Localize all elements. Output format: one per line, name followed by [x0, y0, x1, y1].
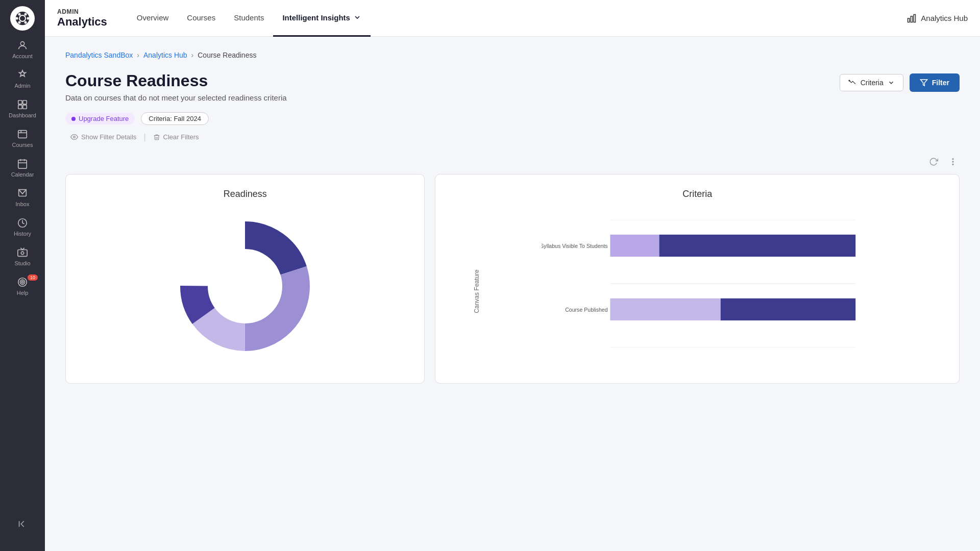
- eye-icon: [70, 133, 78, 141]
- readiness-chart-title: Readiness: [80, 189, 410, 199]
- content-area: Pandalytics SandBox › Analytics Hub › Co…: [45, 37, 980, 551]
- sidebar-item-calendar[interactable]: Calendar: [0, 153, 45, 183]
- svg-point-6: [16, 17, 18, 20]
- svg-marker-31: [920, 80, 927, 86]
- bar-chart-container: Canvas Feature 0 10 20 30: [450, 210, 945, 373]
- sidebar-item-account-label: Account: [12, 53, 33, 59]
- sidebar-item-calendar-label: Calendar: [11, 171, 34, 178]
- svg-point-22: [21, 252, 24, 255]
- sidebar-item-account[interactable]: Account: [0, 35, 45, 64]
- sidebar-item-dashboard[interactable]: Dashboard: [0, 94, 45, 123]
- svg-rect-21: [18, 250, 27, 257]
- filter-icon: [920, 79, 928, 87]
- criteria-chart-title: Criteria: [450, 189, 945, 199]
- brand-admin-label: ADMIN: [57, 8, 107, 15]
- brand-name-label: Analytics: [57, 15, 107, 29]
- show-filter-details-button[interactable]: Show Filter Details: [65, 131, 141, 143]
- sidebar-item-help[interactable]: 10 Help: [0, 271, 45, 301]
- svg-point-25: [21, 281, 23, 283]
- nav-courses[interactable]: Courses: [178, 0, 225, 37]
- svg-rect-10: [23, 101, 27, 104]
- sidebar-item-studio[interactable]: Studio: [0, 242, 45, 271]
- svg-text:Syllabus Visible To Students: Syllabus Visible To Students: [542, 243, 608, 249]
- breadcrumb-sep-2: ›: [191, 51, 194, 59]
- bar2-seg2: [721, 298, 855, 320]
- brand: ADMIN Analytics: [57, 8, 107, 29]
- clear-filters-button[interactable]: Clear Filters: [148, 131, 204, 143]
- sidebar-item-courses-label: Courses: [12, 142, 33, 148]
- page-title-area: Course Readiness Data on courses that do…: [65, 71, 287, 102]
- sidebar-item-inbox[interactable]: Inbox: [0, 183, 45, 212]
- page-title: Course Readiness: [65, 71, 287, 90]
- breadcrumb-current: Course Readiness: [198, 51, 256, 59]
- breadcrumb-analytics-hub[interactable]: Analytics Hub: [143, 51, 187, 59]
- chevron-down-icon: [888, 79, 895, 86]
- svg-point-34: [952, 161, 953, 162]
- header-actions: Criteria Filter: [840, 73, 960, 92]
- svg-rect-9: [18, 101, 22, 104]
- sidebar-collapse-button[interactable]: [12, 513, 33, 537]
- trash-icon: [153, 134, 160, 141]
- breadcrumb: Pandalytics SandBox › Analytics Hub › Co…: [65, 51, 960, 59]
- criteria-button[interactable]: Criteria: [840, 74, 903, 91]
- nav-right: Analytics Hub: [906, 13, 968, 23]
- help-badge: 10: [28, 274, 38, 281]
- svg-rect-13: [18, 131, 27, 138]
- svg-rect-28: [911, 16, 913, 22]
- filter-badges-row: Upgrade Feature Criteria: Fall 2024: [65, 112, 960, 125]
- sidebar-item-inbox-label: Inbox: [16, 201, 30, 207]
- svg-point-7: [27, 17, 30, 20]
- sidebar: Account Admin Dashboard Courses Calendar: [0, 0, 45, 551]
- global-chart-toolbar: [65, 155, 960, 170]
- svg-point-3: [24, 13, 27, 16]
- svg-rect-27: [908, 18, 910, 22]
- svg-point-24: [20, 280, 24, 284]
- svg-point-30: [849, 80, 850, 81]
- svg-rect-29: [914, 14, 915, 22]
- svg-point-35: [952, 164, 953, 165]
- donut-chart-container: [80, 210, 410, 363]
- svg-point-23: [18, 278, 27, 287]
- svg-point-4: [18, 21, 21, 24]
- breadcrumb-sep-1: ›: [137, 51, 139, 59]
- page-header: Course Readiness Data on courses that do…: [65, 71, 960, 102]
- y-axis-label: Canvas Feature: [473, 269, 480, 313]
- svg-point-5: [24, 21, 27, 24]
- sidebar-item-studio-label: Studio: [14, 260, 30, 266]
- app-logo[interactable]: [10, 6, 35, 31]
- svg-text:Course Published: Course Published: [566, 307, 608, 313]
- criteria-icon: [848, 79, 856, 87]
- analytics-hub-label[interactable]: Analytics Hub: [921, 14, 968, 22]
- bar-chart-svg: 0 10 20 30 40 Syllabus Visible To Studen…: [542, 220, 924, 347]
- nav-links: Overview Courses Students Intelligent In…: [128, 0, 371, 37]
- bar1-seg1: [610, 235, 659, 257]
- analytics-hub-icon: [906, 13, 917, 23]
- donut-hole: [213, 255, 277, 318]
- filter-button[interactable]: Filter: [910, 73, 960, 92]
- sidebar-item-history-label: History: [14, 231, 31, 237]
- nav-students[interactable]: Students: [225, 0, 273, 37]
- criteria-badge[interactable]: Criteria: Fall 2024: [141, 112, 209, 125]
- chevron-down-icon: [353, 13, 361, 21]
- sidebar-item-dashboard-label: Dashboard: [9, 112, 36, 118]
- more-options-button[interactable]: [946, 155, 960, 170]
- bar1-seg2: [659, 235, 856, 257]
- bar2-seg1: [610, 298, 721, 320]
- breadcrumb-pandalytics[interactable]: Pandalytics SandBox: [65, 51, 133, 59]
- criteria-chart-card: Criteria Canvas Feature 0: [435, 174, 960, 384]
- main-area: ADMIN Analytics Overview Courses Student…: [45, 0, 980, 551]
- refresh-button[interactable]: [927, 155, 940, 170]
- nav-intelligent-insights[interactable]: Intelligent Insights: [273, 0, 371, 37]
- nav-overview[interactable]: Overview: [128, 0, 178, 37]
- sidebar-item-admin-label: Admin: [14, 83, 30, 89]
- page-subtitle: Data on courses that do not meet your se…: [65, 93, 287, 102]
- sidebar-item-courses[interactable]: Courses: [0, 123, 45, 153]
- sidebar-item-history[interactable]: History: [0, 212, 45, 242]
- charts-row: Readiness: [65, 174, 960, 384]
- upgrade-feature-badge[interactable]: Upgrade Feature: [65, 113, 135, 124]
- top-nav: ADMIN Analytics Overview Courses Student…: [45, 0, 980, 37]
- filter-sep: |: [141, 133, 148, 142]
- svg-point-32: [74, 136, 76, 138]
- sidebar-item-admin[interactable]: Admin: [0, 64, 45, 94]
- filter-actions: Show Filter Details | Clear Filters: [65, 131, 960, 143]
